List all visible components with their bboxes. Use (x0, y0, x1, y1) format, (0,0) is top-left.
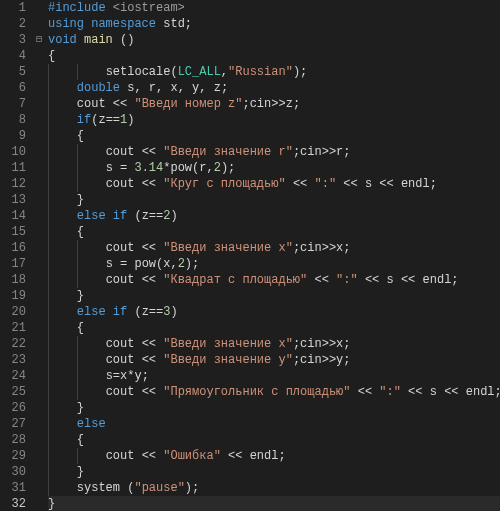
token-p: } (77, 465, 84, 479)
fold-cell (32, 96, 46, 112)
line-number: 21 (4, 320, 26, 336)
fold-cell (32, 272, 46, 288)
code-area[interactable]: #include <iostream>using namespace std;v… (46, 0, 500, 511)
token-p: , (156, 81, 170, 95)
code-line[interactable]: cout << "Круг с площадью" << ":" << s <<… (48, 176, 500, 192)
line-number: 24 (4, 368, 26, 384)
token-p: ; (343, 337, 350, 351)
code-line[interactable]: } (48, 192, 500, 208)
code-line[interactable]: if(z==1) (48, 112, 500, 128)
token-k: else if (77, 209, 127, 223)
code-line[interactable]: { (48, 128, 500, 144)
token-s: "Введи значение r" (163, 145, 293, 159)
code-line[interactable]: } (48, 464, 500, 480)
line-number: 27 (4, 416, 26, 432)
fold-cell (32, 16, 46, 32)
fold-toggle-icon[interactable]: ⊟ (32, 32, 46, 48)
token-id: cout (106, 145, 135, 159)
line-number: 32 (4, 496, 26, 511)
fold-cell (32, 336, 46, 352)
line-number: 4 (4, 48, 26, 64)
token-op: << (444, 385, 458, 399)
code-line[interactable]: cout << "Введи значение r";cin>>r; (48, 144, 500, 160)
line-number: 3 (4, 32, 26, 48)
code-line[interactable]: #include <iostream> (48, 0, 500, 16)
token-p: ; (185, 17, 192, 31)
code-line[interactable]: } (48, 400, 500, 416)
code-line[interactable]: } (48, 288, 500, 304)
fold-cell (32, 48, 46, 64)
code-line[interactable]: s = 3.14*pow(r,2); (48, 160, 500, 176)
fold-cell (32, 208, 46, 224)
line-number: 10 (4, 144, 26, 160)
code-line[interactable]: else if (z==3) (48, 304, 500, 320)
token-op: << (142, 241, 156, 255)
token-s: ":" (379, 385, 401, 399)
code-line[interactable]: cout << "Введи значение x";cin>>x; (48, 240, 500, 256)
code-line[interactable]: } (48, 496, 500, 511)
token-p (394, 177, 401, 191)
token-id: system (77, 481, 120, 495)
token-op: >> (322, 337, 336, 351)
token-s: "Квадрат с площадью" (163, 273, 307, 287)
token-id: pow (170, 161, 192, 175)
token-id: cout (106, 337, 135, 351)
fold-cell (32, 288, 46, 304)
token-p: { (77, 321, 84, 335)
line-number: 9 (4, 128, 26, 144)
code-line[interactable]: cout << "Введи значение y";cin>>y; (48, 352, 500, 368)
token-id: pow (134, 257, 156, 271)
token-id: s (106, 369, 113, 383)
token-s: "Введи значение x" (163, 241, 293, 255)
code-line[interactable]: { (48, 432, 500, 448)
token-t: double (77, 81, 120, 95)
code-line[interactable]: cout << "Введи номер z";cin>>z; (48, 96, 500, 112)
token-p: ) (170, 209, 177, 223)
token-id: x (170, 81, 177, 95)
token-p (350, 385, 357, 399)
code-line[interactable]: else if (z==2) (48, 208, 500, 224)
token-n: 2 (214, 161, 221, 175)
line-number: 14 (4, 208, 26, 224)
fold-cell (32, 224, 46, 240)
code-line[interactable]: setlocale(LC_ALL,"Russian"); (48, 64, 500, 80)
code-line[interactable]: cout << "Прямоугольник с площадью" << ":… (48, 384, 500, 400)
token-p: , (170, 257, 177, 271)
token-p (113, 257, 120, 271)
code-line[interactable]: void main () (48, 32, 500, 48)
token-p: ) (170, 305, 177, 319)
code-line[interactable]: cout << "Квадрат с площадью" << ":" << s… (48, 272, 500, 288)
code-line[interactable]: s=x*y; (48, 368, 500, 384)
line-number: 16 (4, 240, 26, 256)
token-m: LC_ALL (178, 65, 221, 79)
token-id: cin (300, 145, 322, 159)
code-line[interactable]: { (48, 320, 500, 336)
token-id: cout (106, 241, 135, 255)
code-line[interactable]: { (48, 48, 500, 64)
code-line[interactable]: s = pow(x,2); (48, 256, 500, 272)
token-s: ":" (314, 177, 336, 191)
code-line[interactable]: using namespace std; (48, 16, 500, 32)
line-number: 29 (4, 448, 26, 464)
fold-cell (32, 192, 46, 208)
code-line[interactable]: cout << "Введи значение x";cin>>x; (48, 336, 500, 352)
code-line[interactable]: system ("pause"); (48, 480, 500, 496)
token-op: >> (271, 97, 285, 111)
code-line[interactable]: { (48, 224, 500, 240)
code-editor[interactable]: 1234567891011121314151617181920212223242… (0, 0, 500, 511)
line-number-gutter: 1234567891011121314151617181920212223242… (0, 0, 32, 511)
code-line[interactable]: else (48, 416, 500, 432)
token-p: ( (120, 481, 134, 495)
token-p (113, 161, 120, 175)
line-number: 30 (4, 464, 26, 480)
token-inc: <iostream> (113, 1, 185, 15)
token-id: cin (250, 97, 272, 111)
code-line[interactable]: double s, r, x, y, z; (48, 80, 500, 96)
fold-column[interactable]: ⊟ (32, 0, 46, 511)
token-id: s (387, 273, 394, 287)
token-p: ; (495, 385, 500, 399)
code-line[interactable]: cout << "Ошибка" << endl; (48, 448, 500, 464)
token-p: ; (142, 369, 149, 383)
token-p (242, 449, 249, 463)
fold-cell (32, 144, 46, 160)
